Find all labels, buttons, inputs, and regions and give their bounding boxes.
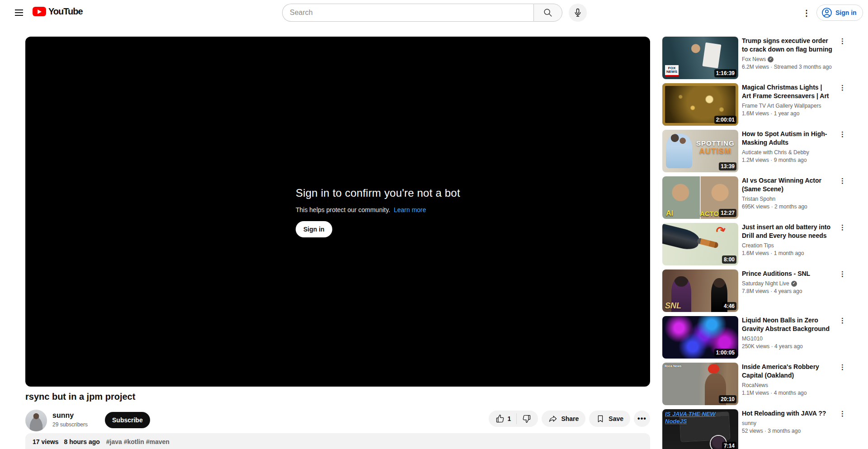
more-icon[interactable]: ⋮ <box>836 82 847 93</box>
dislike-button[interactable] <box>517 411 538 427</box>
microphone-icon <box>573 8 583 18</box>
player-dialog-body: This helps protect our community. Learn … <box>296 206 460 213</box>
search-bar <box>282 4 562 22</box>
video-thumbnail: ↷ 8:00 <box>662 223 738 265</box>
share-icon <box>548 414 557 423</box>
hashtags[interactable]: #java #kotlin #maven <box>106 438 170 445</box>
channel-name: Auticate with Chris & Debby <box>742 149 809 156</box>
duration-badge: 13:39 <box>719 162 736 170</box>
related-video-7[interactable]: 1:00:05 Liquid Neon Balls in Zero Gravit… <box>662 316 847 359</box>
duration-badge: 7:14 <box>722 442 736 449</box>
channel-line: Tristan Spohn <box>742 195 832 203</box>
duration-badge: 2:00:01 <box>714 116 736 124</box>
related-video-5[interactable]: ↷ 8:00 Just insert an old battery into D… <box>662 223 847 265</box>
video-title: Hot Reloading with JAVA ?? <box>742 409 832 418</box>
duration-badge: 8:00 <box>722 255 736 264</box>
channel-avatar[interactable] <box>25 410 47 431</box>
save-button[interactable]: Save <box>589 411 630 427</box>
search-input[interactable] <box>282 4 533 22</box>
channel-line: MG1010 <box>742 335 832 342</box>
video-title: Prince Auditions - SNL <box>742 269 832 278</box>
video-thumbnail: SNL 4:46 <box>662 269 738 312</box>
like-count: 1 <box>508 415 511 422</box>
voice-search-button[interactable] <box>569 4 587 22</box>
duration-badge: 20:10 <box>719 395 736 403</box>
duration-badge: 4:46 <box>722 302 736 310</box>
roca-news-logo: Roca News <box>665 364 681 368</box>
related-video-3[interactable]: SPOTTING AUTISM 13:39 How to Spot Autism… <box>662 130 847 172</box>
related-video-1[interactable]: FOX NEWS 1:16:39 Trump signs executive o… <box>662 37 847 79</box>
bookmark-icon <box>596 414 605 423</box>
video-title: Magical Christmas Lights | Art Frame Scr… <box>742 83 832 100</box>
video-thumbnail: IS JAVA THE NEW NodeJS 7:14 <box>662 409 738 449</box>
channel-name[interactable]: sunny <box>52 411 74 420</box>
channel-name: Fox News <box>742 56 766 63</box>
thumbnail-text: SPOTTING AUTISM <box>696 139 735 156</box>
related-video-6[interactable]: SNL 4:46 Prince Auditions - SNL Saturday… <box>662 269 847 312</box>
video-stats: 1.1M views · 4 months ago <box>742 389 832 397</box>
channel-row: sunny 29 subscribers Subscribe 1 Share <box>25 410 650 431</box>
video-stats: 52 views · 3 months ago <box>742 427 832 435</box>
thumbs-up-icon <box>495 414 505 423</box>
more-icon[interactable]: ⋮ <box>836 362 847 373</box>
more-actions-button[interactable]: ••• <box>634 411 650 427</box>
description-box[interactable]: 17 views 8 hours ago #java #kotlin #mave… <box>25 433 650 449</box>
video-stats: 6.2M views · Streamed 3 months ago <box>742 63 832 71</box>
related-videos-list: FOX NEWS 1:16:39 Trump signs executive o… <box>662 37 847 449</box>
player-sign-in-button[interactable]: Sign in <box>296 221 332 237</box>
verified-icon: ✓ <box>791 281 797 287</box>
more-icon[interactable]: ⋮ <box>836 175 847 186</box>
video-title: Liquid Neon Balls in Zero Gravity Abstra… <box>742 316 832 333</box>
share-label: Share <box>561 415 579 422</box>
player-signin-dialog: Sign in to confirm you're not a bot This… <box>296 187 460 237</box>
related-video-2[interactable]: 2:00:01 Magical Christmas Lights | Art F… <box>662 83 847 126</box>
channel-name: Saturday Night Live <box>742 280 789 287</box>
channel-line: RocaNews <box>742 382 832 389</box>
related-video-4[interactable]: AI ACTOR 12:27 AI vs Oscar Winning Actor… <box>662 176 847 219</box>
more-icon[interactable]: ⋮ <box>836 36 847 47</box>
menu-icon[interactable] <box>10 4 28 22</box>
more-icon[interactable]: ⋮ <box>836 315 847 326</box>
video-player[interactable]: Sign in to confirm you're not a bot This… <box>25 37 650 387</box>
more-icon[interactable]: ⋮ <box>836 222 847 233</box>
fox-news-logo: FOX NEWS <box>665 65 679 76</box>
video-title: Trump signs executive order to crack dow… <box>742 37 832 54</box>
video-stats: 7.8M views · 4 years ago <box>742 288 832 295</box>
youtube-play-icon <box>33 7 46 16</box>
video-thumbnail: 2:00:01 <box>662 83 738 126</box>
share-button[interactable]: Share <box>542 411 585 427</box>
view-count: 17 views <box>33 438 59 445</box>
learn-more-link[interactable]: Learn more <box>394 206 426 213</box>
related-video-9[interactable]: IS JAVA THE NEW NodeJS 7:14 Hot Reloadin… <box>662 409 847 449</box>
video-title: rsync but in a jpm project <box>25 392 135 402</box>
youtube-logo[interactable]: YouTube <box>33 6 83 17</box>
more-icon[interactable]: ⋮ <box>836 129 847 140</box>
settings-menu-icon[interactable]: ⋮ <box>797 4 816 22</box>
channel-name: sunny <box>742 420 756 427</box>
search-button[interactable] <box>533 4 562 22</box>
arrow-decoration: ↷ <box>714 223 728 239</box>
video-thumbnail: 1:00:05 <box>662 316 738 359</box>
header-sign-in-button[interactable]: Sign in <box>816 5 863 21</box>
upload-date: 8 hours ago <box>64 438 100 445</box>
thumbnail-text: IS JAVA THE NEW NodeJS <box>665 411 718 425</box>
channel-name: Creation Tips <box>742 242 774 249</box>
video-stats: 1.6M views · 1 month ago <box>742 250 832 257</box>
more-icon[interactable]: ⋮ <box>836 269 847 279</box>
video-thumbnail: AI ACTOR 12:27 <box>662 176 738 219</box>
video-thumbnail: Roca News 20:10 <box>662 363 738 405</box>
video-thumbnail: FOX NEWS 1:16:39 <box>662 37 738 79</box>
channel-name: Tristan Spohn <box>742 195 775 203</box>
channel-line: Saturday Night Live ✓ <box>742 280 832 287</box>
like-button[interactable]: 1 <box>489 411 517 427</box>
video-thumbnail: SPOTTING AUTISM 13:39 <box>662 130 738 172</box>
action-buttons: 1 Share Save ••• <box>489 411 650 427</box>
more-icon[interactable]: ⋮ <box>836 408 847 419</box>
verified-icon: ✓ <box>768 57 774 62</box>
header-sign-in-label: Sign in <box>835 9 857 16</box>
related-video-8[interactable]: Roca News 20:10 Inside America's Robbery… <box>662 363 847 405</box>
search-icon <box>543 8 553 18</box>
subscribe-button[interactable]: Subscribe <box>105 412 150 428</box>
save-label: Save <box>609 415 623 422</box>
channel-name: MG1010 <box>742 335 763 342</box>
